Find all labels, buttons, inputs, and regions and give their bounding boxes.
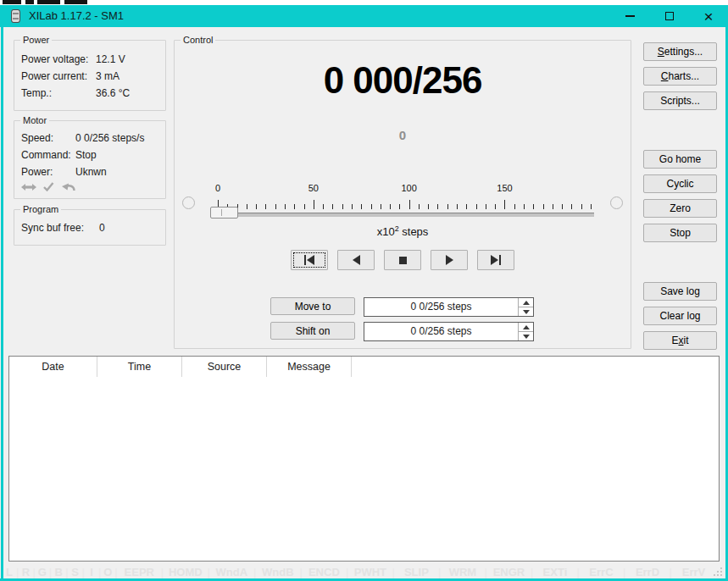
move-to-button[interactable]: Move to <box>270 297 355 315</box>
command-row: Command: Stop <box>21 149 162 161</box>
scale-tick <box>285 204 286 209</box>
status-flag-l: L <box>3 566 15 578</box>
scale-tick <box>447 204 448 209</box>
window-border-left <box>1 5 3 581</box>
clear-log-button[interactable]: Clear log <box>643 307 717 325</box>
scale-tick-label: 50 <box>308 183 319 193</box>
power-current-row: Power current: 3 mA <box>21 70 162 82</box>
transport-controls <box>175 250 631 270</box>
maximize-button[interactable] <box>656 5 683 27</box>
scale-tick <box>399 204 400 209</box>
arrow-down-icon <box>523 310 530 314</box>
left-right-arrow-icon <box>21 183 36 191</box>
column-header-time[interactable]: Time <box>97 357 182 377</box>
resize-grip-icon[interactable] <box>714 567 723 577</box>
motor-power-row: Power: Uknwn <box>21 166 162 178</box>
scale-tick <box>543 204 544 209</box>
speed-display: 0 <box>175 128 631 142</box>
slider-handle[interactable] <box>210 207 238 219</box>
power-voltage-label: Power voltage: <box>21 53 96 65</box>
close-button[interactable]: × <box>695 5 722 27</box>
column-header-message[interactable]: Message <box>267 357 352 377</box>
maximize-icon <box>665 12 674 20</box>
scale-tick <box>265 204 266 209</box>
scale-tick <box>466 204 467 209</box>
stop-motion-button[interactable] <box>384 250 421 270</box>
spin-up-button[interactable] <box>519 323 533 332</box>
settings-button[interactable]: Settings... <box>643 42 717 61</box>
scale-tick <box>524 204 525 209</box>
cyclic-button[interactable]: Cyclic <box>643 174 717 193</box>
scripts-button[interactable]: Scripts... <box>643 91 717 110</box>
arrow-up-icon <box>523 301 530 305</box>
titlebar[interactable]: XILab 1.17.2 - SM1 × <box>0 5 728 27</box>
zero-button[interactable]: Zero <box>643 199 717 218</box>
units-label: x102 steps <box>175 224 631 238</box>
status-flag-wrm: WRM <box>442 566 483 578</box>
app-body: Power Power voltage: 12.1 V Power curren… <box>0 27 728 581</box>
arrow-down-icon <box>523 335 530 339</box>
scale-tick <box>457 204 458 209</box>
scale-tick <box>352 204 353 209</box>
scale-tick <box>571 204 572 209</box>
skip-to-end-button[interactable] <box>477 250 514 270</box>
save-log-button[interactable]: Save log <box>643 282 717 301</box>
shift-on-spin-buttons <box>518 323 533 340</box>
charts-button[interactable]: Charts... <box>643 67 717 86</box>
power-current-value: 3 mA <box>96 70 119 82</box>
scale-tick <box>332 204 333 209</box>
spin-down-button[interactable] <box>519 307 533 316</box>
exit-button[interactable]: Exit <box>643 331 717 350</box>
temperature-label: Temp.: <box>21 87 96 99</box>
units-exponent: 2 <box>395 224 399 233</box>
status-flag-homd: HOMD <box>164 566 206 578</box>
check-icon <box>43 182 54 191</box>
window-title: XILab 1.17.2 - SM1 <box>29 5 124 27</box>
scale-tick <box>514 204 515 209</box>
scale-tick <box>476 204 477 209</box>
move-left-button[interactable] <box>337 250 375 270</box>
command-value: Stop <box>75 149 97 161</box>
skip-to-start-button[interactable] <box>291 250 328 270</box>
skip-to-end-icon <box>499 255 501 265</box>
program-group: Program Sync buf free: 0 <box>14 209 166 246</box>
scale-tick-label: 100 <box>401 183 416 193</box>
status-flag-s: S <box>69 566 81 578</box>
scale-tick <box>428 204 429 209</box>
scale-tick-label: 0 <box>215 183 220 193</box>
undo-arrow-icon <box>61 182 75 191</box>
move-to-spin-buttons <box>518 298 533 316</box>
scale-tick <box>371 204 372 209</box>
scale-tick <box>495 204 496 209</box>
shift-on-button[interactable]: Shift on <box>270 322 355 340</box>
scale-tick <box>562 204 563 209</box>
scale-tick <box>486 204 486 209</box>
status-bar: L|R|G|B|S|I|O|EEPR|HOMD|WndA|WndB|ENCD|P… <box>3 563 714 580</box>
stop-button[interactable]: Stop <box>643 224 717 242</box>
stop-icon <box>399 257 407 264</box>
minimize-button[interactable] <box>616 5 643 27</box>
power-voltage-value: 12.1 V <box>96 53 125 65</box>
move-to-value[interactable]: 0 0/256 steps <box>364 298 518 316</box>
scale-tick <box>419 204 420 209</box>
speed-label: Speed: <box>21 132 75 144</box>
motor-power-label: Power: <box>21 166 75 178</box>
scale-tick <box>437 204 438 209</box>
scale-tick-label: 150 <box>497 183 512 193</box>
spin-up-button[interactable] <box>519 298 533 307</box>
minimize-icon <box>625 15 635 17</box>
status-flag-eepr: EEPR <box>119 566 160 578</box>
column-header-source[interactable]: Source <box>182 357 267 377</box>
scale-tick <box>256 204 257 209</box>
status-flag-encd: ENCD <box>303 566 345 578</box>
shift-on-value[interactable]: 0 0/256 steps <box>364 323 518 340</box>
units-prefix: x10 <box>377 225 395 238</box>
column-header-date[interactable]: Date <box>9 357 97 377</box>
speed-value: 0 0/256 steps/s <box>75 132 144 144</box>
go-home-button[interactable]: Go home <box>643 150 717 169</box>
spin-down-button[interactable] <box>519 332 533 340</box>
scale-tick <box>504 200 505 209</box>
slider-groove[interactable] <box>211 213 594 217</box>
move-right-button[interactable] <box>431 250 468 270</box>
skip-to-start-icon <box>307 255 314 265</box>
